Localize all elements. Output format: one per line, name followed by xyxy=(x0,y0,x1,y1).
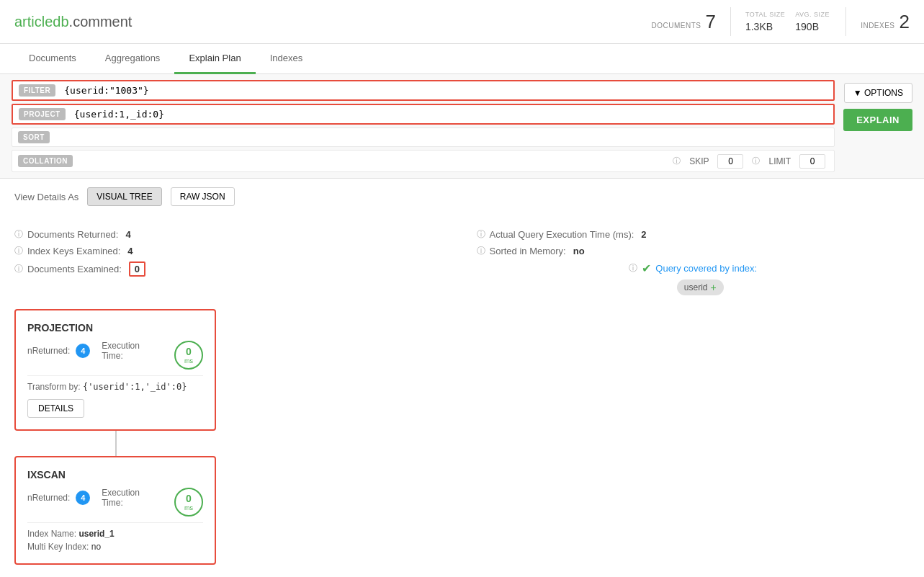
sorted-memory-icon: ⓘ xyxy=(477,245,485,257)
docs-examined-label: Documents Examined: xyxy=(27,264,122,274)
project-row: PROJECT xyxy=(12,104,835,125)
indexes-count: 2 xyxy=(900,11,910,33)
projection-exectime-unit: ms xyxy=(184,357,193,364)
collation-row: COLLATION ⓘ SKIP ⓘ LIMIT xyxy=(12,150,835,172)
indexes-label: INDEXES xyxy=(861,22,894,30)
filter-badge: FILTER xyxy=(19,84,55,97)
projection-title: PROJECTION xyxy=(27,322,203,334)
docs-examined-value: 0 xyxy=(129,261,145,277)
docs-examined-icon: ⓘ xyxy=(14,263,23,275)
view-details-label: View Details As xyxy=(14,192,79,202)
query-bar: FILTER PROJECT SORT COLLATION ⓘ SKIP xyxy=(0,74,924,179)
documents-label: DOCUMENTS xyxy=(652,22,701,30)
tree-connector-1 xyxy=(115,431,117,456)
ixscan-exectime-circle: 0 ms xyxy=(174,488,203,516)
sort-input[interactable] xyxy=(55,129,834,146)
collation-input[interactable] xyxy=(84,153,667,169)
sort-row: SORT xyxy=(12,128,835,147)
ixscan-title: IXSCAN xyxy=(27,469,203,480)
projection-nreturned-badge: 4 xyxy=(76,344,90,358)
projection-info: nReturned: 4 Execution Time: xyxy=(27,341,163,365)
skip-label: SKIP xyxy=(689,156,709,166)
ixscan-exectime-value: 0 xyxy=(186,493,192,504)
check-icon: ✔ xyxy=(642,261,651,275)
query-covered-title: ⓘ ✔ Query covered by index: xyxy=(629,261,757,275)
tab-indexes[interactable]: Indexes xyxy=(256,44,318,74)
explain-button[interactable]: EXPLAIN xyxy=(843,109,912,131)
index-keys-row: ⓘ Index Keys Examined: 4 xyxy=(14,243,448,259)
query-covered-label: Query covered by index: xyxy=(655,263,757,274)
tabs: Documents Aggregations Explain Plan Inde… xyxy=(0,44,924,74)
query-time-icon: ⓘ xyxy=(477,228,485,241)
db-name: articledb xyxy=(14,14,69,30)
docs-returned-value: 4 xyxy=(125,229,130,240)
ixscan-multikey-value: no xyxy=(91,542,101,552)
tab-aggregations[interactable]: Aggregations xyxy=(91,44,175,74)
ixscan-exectime-unit: ms xyxy=(184,504,193,511)
header: articledb.comment DOCUMENTS 7 TOTAL SIZE… xyxy=(0,0,924,44)
projection-transform: Transform by: {'userid':1,'_id':0} xyxy=(27,382,203,392)
project-input[interactable] xyxy=(71,106,833,122)
raw-json-btn[interactable]: RAW JSON xyxy=(171,187,235,206)
view-details-bar: View Details As VISUAL TREE RAW JSON xyxy=(0,179,924,215)
projection-nreturned-label: nReturned: xyxy=(27,346,70,356)
total-size-label: TOTAL SIZE xyxy=(745,11,785,18)
visual-tree-btn[interactable]: VISUAL TREE xyxy=(87,187,161,206)
docs-returned-label: Documents Returned: xyxy=(27,229,118,240)
app-title: articledb.comment xyxy=(14,14,132,30)
query-fields: FILTER PROJECT SORT COLLATION ⓘ SKIP xyxy=(12,80,835,172)
tab-documents[interactable]: Documents xyxy=(14,44,91,74)
sorted-memory-label: Sorted in Memory: xyxy=(490,246,566,256)
index-keys-label: Index Keys Examined: xyxy=(27,246,120,256)
docs-examined-row: ⓘ Documents Examined: 0 xyxy=(14,259,448,279)
query-covered-icon: ⓘ xyxy=(629,262,637,274)
limit-input[interactable] xyxy=(799,154,825,169)
ixscan-nreturned-label: nReturned: xyxy=(27,493,70,503)
projection-stage: PROJECTION nReturned: 4 Execution Time: … xyxy=(14,309,216,431)
projection-transform-label: Transform by: xyxy=(27,382,81,392)
limit-icon: ⓘ xyxy=(752,156,760,166)
ixscan-info: nReturned: 4 Execution Time: xyxy=(27,488,163,512)
ixscan-divider xyxy=(27,522,203,523)
sort-badge: SORT xyxy=(18,131,50,143)
options-button[interactable]: ▼ OPTIONS xyxy=(844,83,912,103)
projection-exectime-value: 0 xyxy=(186,346,192,357)
header-stats: DOCUMENTS 7 TOTAL SIZE 1.3KB AVG. SIZE 1… xyxy=(637,7,910,36)
stat-divider-2 xyxy=(845,7,846,36)
ixscan-stage: IXSCAN nReturned: 4 Execution Time: 0 ms xyxy=(14,456,216,565)
query-covered-row: ⓘ ✔ Query covered by index: userid + xyxy=(477,259,910,298)
avg-size-stat: AVG. SIZE 190B xyxy=(795,11,831,32)
ixscan-exectime-label: Execution Time: xyxy=(102,488,163,508)
stats-left: ⓘ Documents Returned: 4 ⓘ Index Keys Exa… xyxy=(14,226,448,298)
skip-input[interactable] xyxy=(717,154,743,169)
ixscan-main-row: nReturned: 4 Execution Time: 0 ms xyxy=(27,488,203,516)
total-size-stat: TOTAL SIZE 1.3KB xyxy=(745,11,786,32)
projection-main-row: nReturned: 4 Execution Time: 0 ms xyxy=(27,341,203,370)
projection-divider xyxy=(27,375,203,376)
collation-badge: COLLATION xyxy=(18,155,73,167)
query-time-value: 2 xyxy=(641,229,646,240)
ixscan-nreturned-badge: 4 xyxy=(76,491,90,505)
userid-badge-plus: + xyxy=(711,282,717,293)
index-keys-icon: ⓘ xyxy=(14,245,23,257)
projection-exectime-circle: 0 ms xyxy=(174,341,203,370)
limit-label: LIMIT xyxy=(768,156,791,166)
docs-returned-icon: ⓘ xyxy=(14,228,23,241)
avg-size-value: 190B xyxy=(795,21,819,32)
query-controls: ▼ OPTIONS EXPLAIN xyxy=(835,80,912,131)
sorted-memory-value: no xyxy=(573,246,585,256)
projection-transform-value: {'userid':1,'_id':0} xyxy=(83,382,187,392)
projection-details-btn[interactable]: DETAILS xyxy=(27,399,84,418)
projection-exectime-label: Execution Time: xyxy=(102,341,163,361)
stat-divider-1 xyxy=(730,7,731,36)
documents-count: 7 xyxy=(705,11,715,33)
projection-nreturned-row: nReturned: 4 Execution Time: xyxy=(27,341,163,361)
tab-explain-plan[interactable]: Explain Plan xyxy=(174,44,255,74)
ixscan-multikey-info: Multi Key Index: no xyxy=(27,542,203,552)
indexes-stat: INDEXES 2 xyxy=(861,11,910,33)
project-badge: PROJECT xyxy=(19,108,66,120)
filter-input[interactable] xyxy=(61,82,833,99)
userid-badge: userid + xyxy=(677,279,724,295)
index-keys-value: 4 xyxy=(127,246,133,256)
documents-stat: DOCUMENTS 7 xyxy=(652,11,716,33)
